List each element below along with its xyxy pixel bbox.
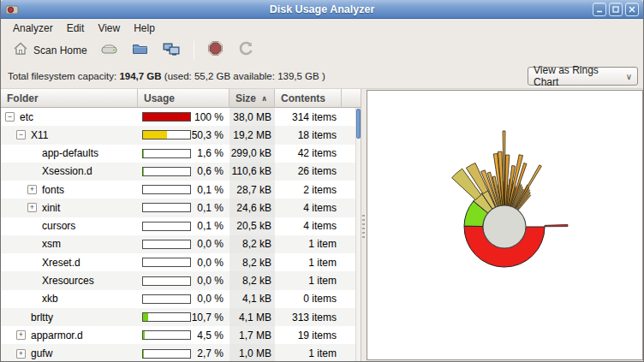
usage-cell: 0,6 % xyxy=(138,163,230,181)
table-row[interactable]: Xresources0,0 %8,2 kB1 item xyxy=(1,271,361,289)
stop-scan-button[interactable] xyxy=(204,38,227,62)
collapse-expander[interactable]: − xyxy=(5,112,15,122)
size-cell: 8,2 kB xyxy=(230,253,275,271)
size-cell: 299,0 kB xyxy=(230,145,275,163)
disk-icon xyxy=(100,40,118,61)
folder-cell: xkb xyxy=(1,290,138,308)
column-header-size[interactable]: Size∧ xyxy=(230,89,275,108)
usage-percent: 1,6 % xyxy=(197,147,224,159)
table-row[interactable]: +xinit0,1 %24,6 kB4 items xyxy=(1,199,361,217)
expand-expander[interactable]: + xyxy=(27,185,37,194)
usage-bar xyxy=(142,312,191,322)
main-content: Folder Usage Size∧ Contents −etc100 %38,… xyxy=(1,88,643,361)
table-row[interactable]: −etc100 %38,0 MB314 items xyxy=(1,108,361,126)
contents-cell: 1 item xyxy=(275,271,342,289)
size-cell: 1,0 MB xyxy=(230,344,275,361)
expand-expander[interactable]: + xyxy=(27,203,37,212)
folder-name: xsm xyxy=(42,238,61,250)
contents-cell: 1 item xyxy=(275,235,342,253)
folder-treeview: Folder Usage Size∧ Contents −etc100 %38,… xyxy=(1,89,361,361)
contents-cell: 4 items xyxy=(275,217,342,235)
menu-view[interactable]: View xyxy=(91,20,127,37)
view-selector-dropdown[interactable]: View as Rings Chart ∨ xyxy=(528,67,638,86)
menu-edit[interactable]: Edit xyxy=(60,20,92,37)
scan-home-button[interactable]: Scan Home xyxy=(9,39,90,62)
table-row[interactable]: brltty10,7 %4,1 MB313 items xyxy=(1,308,361,326)
usage-cell: 0,1 % xyxy=(138,217,230,235)
usage-cell: 0,0 % xyxy=(138,290,230,308)
usage-percent: 0,1 % xyxy=(197,184,224,196)
contents-cell: 313 items xyxy=(275,308,342,326)
titlebar[interactable]: Disk Usage Analyzer xyxy=(1,0,643,19)
scan-remote-button[interactable] xyxy=(159,39,184,62)
folder-name: brltty xyxy=(31,312,53,323)
ring-segment xyxy=(545,224,568,226)
usage-cell: 0,1 % xyxy=(138,199,230,217)
usage-percent: 0,1 % xyxy=(197,202,224,214)
expand-expander[interactable]: + xyxy=(16,330,26,340)
column-header-filler xyxy=(342,89,361,108)
scrollbar-thumb[interactable] xyxy=(356,109,361,139)
scan-filesystem-button[interactable] xyxy=(98,39,121,62)
stop-icon xyxy=(206,39,224,61)
usage-percent: 50,3 % xyxy=(192,129,224,141)
usage-bar xyxy=(142,258,191,267)
column-header-folder[interactable]: Folder xyxy=(1,89,138,108)
folder-cell: +apparmor.d xyxy=(1,326,138,344)
table-row[interactable]: app-defaults1,6 %299,0 kB42 items xyxy=(1,145,361,163)
sort-ascending-icon: ∧ xyxy=(261,94,267,103)
usage-bar xyxy=(142,276,191,286)
maximize-button[interactable] xyxy=(609,3,623,16)
usage-bar xyxy=(142,294,191,304)
folder-cell: xsm xyxy=(1,235,138,253)
size-cell: 24,6 kB xyxy=(230,199,275,217)
collapse-expander[interactable]: − xyxy=(16,130,26,139)
vertical-scrollbar[interactable] xyxy=(355,108,361,361)
table-row[interactable]: +gufw2,7 %1,0 MB1 item xyxy=(1,344,361,361)
table-row[interactable]: xkb0,0 %4,1 kB0 items xyxy=(1,290,361,308)
menu-help[interactable]: Help xyxy=(127,20,162,37)
table-row[interactable]: Xreset.d0,0 %8,2 kB1 item xyxy=(1,253,361,271)
size-cell: 110,6 kB xyxy=(230,163,275,181)
minimize-button[interactable] xyxy=(593,3,606,16)
expand-expander[interactable]: + xyxy=(16,349,26,359)
usage-bar xyxy=(142,203,191,212)
size-cell: 8,2 kB xyxy=(230,235,275,253)
usage-percent: 0,1 % xyxy=(197,220,224,232)
view-selector-value: View as Rings Chart xyxy=(534,64,626,88)
folder-name: Xreset.d xyxy=(42,257,80,269)
app-icon xyxy=(5,3,19,16)
table-row[interactable]: −X1150,3 %19,2 MB18 items xyxy=(1,126,361,144)
rings-chart-panel xyxy=(367,90,643,360)
capacity-value: 194,7 GB xyxy=(119,71,161,81)
size-cell: 28,7 kB xyxy=(230,181,275,199)
usage-percent: 0,0 % xyxy=(197,238,224,250)
folder-cell: Xresources xyxy=(1,271,138,289)
scan-folder-button[interactable] xyxy=(128,39,152,62)
contents-cell: 314 items xyxy=(275,108,342,126)
home-icon xyxy=(12,40,29,61)
contents-cell: 4 items xyxy=(275,199,342,217)
folder-name: etc xyxy=(20,111,33,123)
folder-cell: cursors xyxy=(1,217,138,235)
table-row[interactable]: xsm0,0 %8,2 kB1 item xyxy=(1,235,361,253)
folder-name: app-defaults xyxy=(42,147,98,159)
table-row[interactable]: +apparmor.d4,5 %1,7 MB19 items xyxy=(1,326,361,344)
contents-cell: 0 items xyxy=(275,290,342,308)
usage-bar xyxy=(142,222,191,231)
table-row[interactable]: cursors0,1 %20,5 kB4 items xyxy=(1,217,361,235)
usage-cell: 10,7 % xyxy=(138,308,230,326)
column-header-usage[interactable]: Usage xyxy=(138,89,230,108)
usage-bar xyxy=(142,330,191,340)
close-button[interactable] xyxy=(625,3,639,16)
menu-analyzer[interactable]: Analyzer xyxy=(6,20,60,37)
filesystem-capacity-status: Total filesystem capacity: 194,7 GB (use… xyxy=(8,71,325,81)
folder-cell: −etc xyxy=(1,108,138,126)
infobar: Total filesystem capacity: 194,7 GB (use… xyxy=(1,63,643,88)
column-header-contents[interactable]: Contents xyxy=(275,89,342,108)
folder-name: apparmor.d xyxy=(31,329,83,341)
refresh-button[interactable] xyxy=(235,38,258,62)
table-row[interactable]: Xsession.d0,6 %110,6 kB26 items xyxy=(1,163,361,181)
folder-icon xyxy=(131,40,149,61)
table-row[interactable]: +fonts0,1 %28,7 kB2 items xyxy=(1,181,361,199)
